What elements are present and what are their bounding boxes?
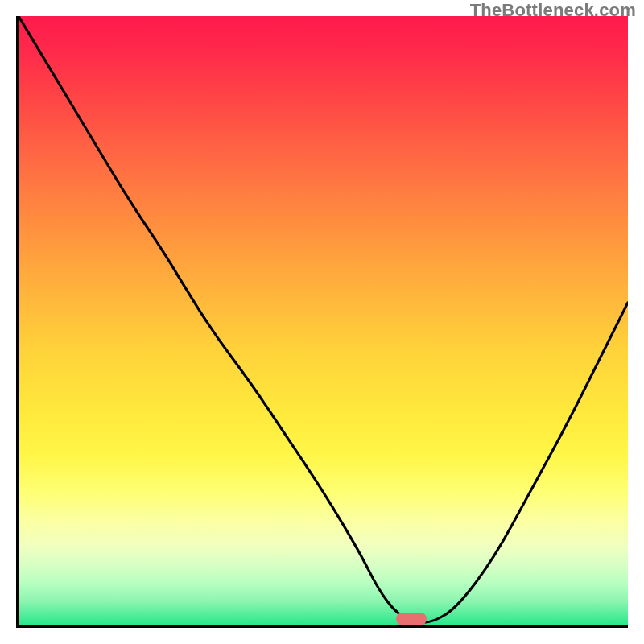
bottleneck-curve (19, 16, 628, 625)
bottleneck-chart: TheBottleneck.com (0, 0, 644, 644)
curve-path (19, 16, 628, 622)
plot-area (16, 16, 628, 628)
optimal-marker (396, 613, 427, 625)
